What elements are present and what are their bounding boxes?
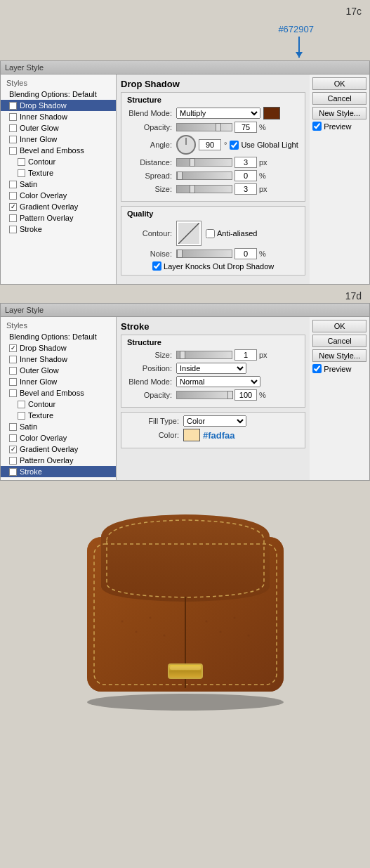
global-light-checkbox[interactable] (230, 141, 239, 150)
stroke-size-input[interactable] (234, 349, 257, 361)
checkbox2-stroke[interactable]: ✓ (9, 468, 17, 476)
sidebar1-item-satin[interactable]: Satin (1, 179, 116, 190)
sidebar1-item-gradient-overlay[interactable]: ✓ Gradient Overlay (1, 201, 116, 212)
stroke-opacity-unit: % (259, 391, 266, 399)
size-thumb[interactable] (190, 185, 195, 193)
size-input[interactable] (234, 183, 257, 195)
sidebar1-item-contour[interactable]: Contour (1, 156, 116, 167)
checkbox-texture[interactable] (18, 169, 25, 177)
ok-button-1[interactable]: OK (312, 77, 366, 90)
distance-thumb[interactable] (190, 158, 195, 167)
sidebar1-item-color-overlay[interactable]: Color Overlay (1, 190, 116, 201)
checkbox2-outer-glow[interactable] (9, 367, 17, 375)
layer-knocks-checkbox[interactable] (152, 261, 161, 271)
position-select[interactable]: Inside Outside Center (176, 363, 246, 374)
sidebar1-item-drop-shadow[interactable]: ✓ Drop Shadow (1, 100, 116, 111)
checkbox-pattern-overlay[interactable] (9, 214, 17, 222)
checkbox2-inner-glow[interactable] (9, 378, 17, 386)
fill-color-swatch[interactable] (183, 429, 200, 441)
sidebar1-item-inner-glow[interactable]: Inner Glow (1, 134, 116, 145)
sidebar2-item-stroke[interactable]: ✓ Stroke (1, 466, 116, 477)
sidebar1-header: Styles (1, 77, 116, 89)
checkbox2-contour[interactable] (18, 401, 25, 408)
stroke-opacity-thumb[interactable] (227, 391, 233, 399)
checkbox2-inner-shadow[interactable] (9, 356, 17, 363)
stroke-opacity-row: Opacity: % (127, 389, 299, 401)
opacity-slider[interactable] (176, 123, 232, 131)
checkbox2-satin[interactable] (9, 423, 17, 431)
sidebar2-item-inner-glow[interactable]: Inner Glow (1, 376, 116, 387)
sidebar2-item-texture[interactable]: Texture (1, 410, 116, 421)
checkbox2-gradient-overlay[interactable]: ✓ (9, 446, 17, 453)
noise-input[interactable] (234, 248, 257, 259)
sidebar2-item-bevel-emboss[interactable]: Bevel and Emboss (1, 387, 116, 399)
sidebar2-item-inner-shadow[interactable]: Inner Shadow (1, 354, 116, 365)
stroke-size-slider[interactable] (176, 351, 232, 359)
checkbox2-bevel-emboss[interactable] (9, 389, 17, 397)
cancel-button-1[interactable]: Cancel (312, 92, 366, 105)
checkbox-outer-glow[interactable] (9, 124, 17, 132)
sidebar2-item-pattern-overlay[interactable]: Pattern Overlay (1, 455, 116, 466)
checkbox-color-overlay[interactable] (9, 192, 17, 200)
sidebar1-item-inner-shadow[interactable]: Inner Shadow (1, 111, 116, 122)
size-slider[interactable] (176, 185, 232, 193)
preview-label-1[interactable]: Preview (312, 122, 366, 131)
anti-aliased-label[interactable]: Anti-aliased (206, 229, 257, 238)
opacity-thumb[interactable] (216, 123, 221, 131)
sidebar1-item-pattern-overlay[interactable]: Pattern Overlay (1, 212, 116, 224)
sidebar1-item-stroke[interactable]: Stroke (1, 224, 116, 235)
sidebar2-item-drop-shadow[interactable]: ✓ Drop Shadow (1, 342, 116, 354)
preview-checkbox-1[interactable] (312, 122, 322, 131)
noise-thumb[interactable] (177, 250, 183, 258)
ok-button-2[interactable]: OK (312, 320, 366, 332)
blend-mode-select[interactable]: Multiply (176, 108, 260, 119)
fill-type-select[interactable]: Color Gradient Pattern (183, 415, 246, 427)
sidebar1-item-bevel-emboss[interactable]: Bevel and Emboss (1, 145, 116, 156)
sidebar1-item-outer-glow[interactable]: Outer Glow (1, 122, 116, 134)
stroke-size-thumb[interactable] (180, 351, 185, 359)
angle-label: Angle: (127, 141, 176, 149)
cancel-button-2[interactable]: Cancel (312, 335, 366, 347)
preview-checkbox-2[interactable] (312, 364, 322, 373)
distance-input[interactable] (234, 157, 257, 168)
sidebar2-item-contour[interactable]: Contour (1, 399, 116, 410)
sidebar2-item-outer-glow[interactable]: Outer Glow (1, 365, 116, 376)
checkbox2-drop-shadow[interactable]: ✓ (9, 344, 17, 352)
checkbox-contour[interactable] (18, 158, 25, 166)
spread-thumb[interactable] (177, 171, 183, 180)
sidebar2-item-gradient-overlay[interactable]: ✓ Gradient Overlay (1, 443, 116, 455)
new-style-button-2[interactable]: New Style... (312, 349, 366, 362)
checkbox2-texture[interactable] (18, 412, 25, 420)
angle-dial[interactable] (176, 135, 196, 155)
noise-slider[interactable] (176, 250, 232, 258)
distance-slider[interactable] (176, 158, 232, 167)
spread-input[interactable] (234, 170, 257, 181)
checkbox-bevel-emboss[interactable] (9, 147, 17, 155)
sidebar2-item-blending[interactable]: Blending Options: Default (1, 331, 116, 342)
contour-preview[interactable] (176, 221, 201, 246)
spread-slider[interactable] (176, 171, 232, 180)
anti-aliased-checkbox[interactable] (206, 229, 215, 238)
sidebar2-item-color-overlay[interactable]: Color Overlay (1, 432, 116, 443)
preview-label-2[interactable]: Preview (312, 364, 366, 373)
opacity-input[interactable] (234, 122, 257, 133)
new-style-button-1[interactable]: New Style... (312, 107, 366, 119)
checkbox2-color-overlay[interactable] (9, 434, 17, 442)
sidebar2-header: Styles (1, 320, 116, 331)
checkbox-gradient-overlay[interactable]: ✓ (9, 203, 17, 211)
global-light-label[interactable]: Use Global Light (230, 141, 298, 150)
sidebar1-item-blending[interactable]: Blending Options: Default (1, 89, 116, 100)
color-swatch-shadow[interactable] (263, 107, 280, 119)
checkbox-drop-shadow[interactable]: ✓ (9, 102, 17, 110)
checkbox-inner-shadow[interactable] (9, 113, 17, 121)
stroke-opacity-input[interactable] (234, 389, 257, 401)
stroke-opacity-slider[interactable] (176, 391, 232, 399)
checkbox-stroke[interactable] (9, 226, 17, 233)
stroke-blend-mode-select[interactable]: Normal (176, 376, 260, 387)
checkbox2-pattern-overlay[interactable] (9, 457, 17, 465)
sidebar2-item-satin[interactable]: Satin (1, 421, 116, 432)
angle-input[interactable] (199, 139, 221, 150)
checkbox-inner-glow[interactable] (9, 136, 17, 143)
checkbox-satin[interactable] (9, 181, 17, 188)
sidebar1-item-texture[interactable]: Texture (1, 167, 116, 179)
